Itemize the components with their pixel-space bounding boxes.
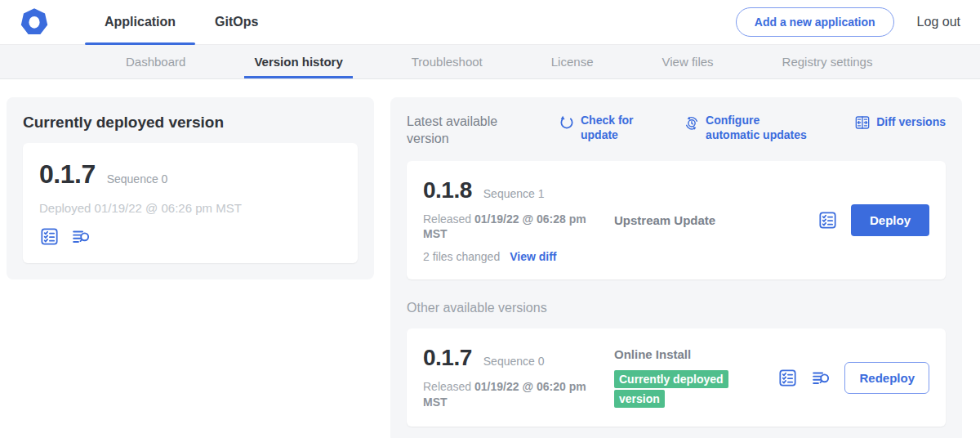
other-version-card: 0.1.7 Sequence 0 Released 01/19/22 @ 06:… [407,328,946,427]
kots-logo-icon [20,7,49,37]
latest-available-title: Latest available version [407,114,529,148]
latest-sequence-label: Sequence 1 [483,187,545,200]
redeploy-button[interactable]: Redeploy [844,362,929,394]
preflight-checks-icon[interactable] [39,226,60,247]
latest-version-number: 0.1.8 [423,177,472,203]
refresh-icon [559,114,575,131]
diff-versions-link[interactable]: Diff versions [854,114,946,131]
view-diff-link[interactable]: View diff [510,250,556,263]
tab-license[interactable]: License [546,45,599,78]
other-version-number: 0.1.7 [423,345,472,371]
currently-deployed-title: Currently deployed version [23,114,358,132]
preflight-checks-icon[interactable] [817,210,838,230]
tab-registry-settings[interactable]: Registry settings [777,45,878,78]
tab-troubleshoot[interactable]: Troubleshoot [407,45,488,78]
currently-deployed-panel: Currently deployed version 0.1.7 Sequenc… [7,97,374,279]
top-nav: Application GitOps Add a new application… [0,0,980,45]
tab-view-files[interactable]: View files [657,45,718,78]
check-for-update-label: Check for update [581,114,639,142]
deployed-timestamp: Deployed 01/19/22 @ 06:26 pm MST [39,201,341,215]
configure-automatic-updates-link[interactable]: Configure automatic updates [684,114,810,142]
top-nav-right: Add a new application Log out [736,0,960,44]
add-application-button[interactable]: Add a new application [736,7,894,37]
preflight-checks-icon[interactable] [777,368,798,388]
other-released-timestamp: Released 01/19/22 @ 06:20 pm MST [423,379,601,410]
other-version-source: Online Install [614,347,764,361]
top-tab-gitops-label: GitOps [215,15,258,29]
main-content: Currently deployed version 0.1.7 Sequenc… [0,79,980,438]
diff-versions-label: Diff versions [876,115,946,130]
tab-version-history[interactable]: Version history [249,45,347,78]
logout-link[interactable]: Log out [917,15,960,29]
check-for-update-link[interactable]: Check for update [559,114,639,142]
top-tab-application-label: Application [105,15,176,29]
latest-version-card: 0.1.8 Sequence 1 Released 01/19/22 @ 06:… [407,161,946,280]
tab-dashboard[interactable]: Dashboard [121,45,190,78]
schedule-update-icon [684,114,700,131]
deployed-sequence-label: Sequence 0 [107,172,168,185]
available-versions-panel: Latest available version Check for updat… [390,97,962,438]
deploy-logs-icon[interactable] [71,226,91,247]
available-versions-header: Latest available version Check for updat… [407,114,946,148]
sub-nav: Dashboard Version history Troubleshoot L… [0,45,980,79]
deploy-logs-icon[interactable] [811,368,831,388]
top-tab-gitops[interactable]: GitOps [195,0,278,44]
diff-icon [854,114,871,131]
latest-released-timestamp: Released 01/19/22 @ 06:28 pm MST [423,212,601,243]
other-versions-title: Other available versions [407,301,946,315]
deploy-button[interactable]: Deploy [851,204,929,236]
deployed-version-number: 0.1.7 [39,159,96,190]
top-tab-application[interactable]: Application [85,0,195,44]
other-sequence-label: Sequence 0 [483,355,545,368]
currently-deployed-badge: Currently deployed version [614,370,728,408]
latest-version-source: Upstream Update [614,213,804,227]
deployed-version-card: 0.1.7 Sequence 0 Deployed 01/19/22 @ 06:… [23,143,358,263]
files-changed-label: 2 files changed [423,250,500,263]
configure-automatic-updates-label: Configure automatic updates [706,114,810,142]
